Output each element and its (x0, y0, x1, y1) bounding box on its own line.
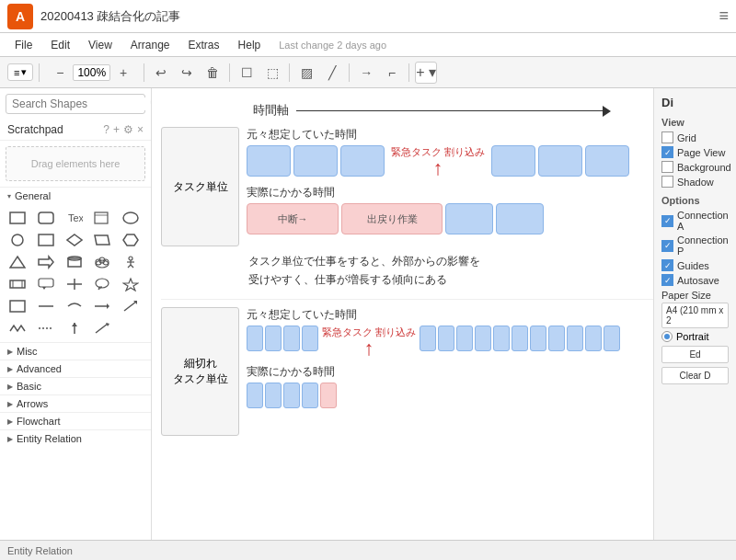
shape-arrow-up[interactable] (63, 318, 86, 338)
portrait-radio[interactable] (661, 331, 673, 342)
shape-rounded-rect[interactable] (34, 208, 58, 228)
undo-btn[interactable]: ↩ (150, 62, 172, 84)
shape-callout[interactable] (34, 274, 58, 294)
svg-marker-42 (72, 323, 77, 326)
connection-a-label: Connection A (677, 210, 729, 232)
zoom-in-btn[interactable]: + (112, 62, 134, 84)
s2-bot-pink (320, 383, 337, 408)
connection-p-checkbox[interactable]: ✓ (661, 240, 673, 252)
menu-arrange[interactable]: Arrange (123, 37, 178, 53)
shape-actor[interactable] (119, 252, 143, 272)
format-btn-2[interactable]: ⬚ (261, 62, 283, 84)
shape-hexagon[interactable] (119, 230, 143, 250)
menu-extras[interactable]: Extras (181, 37, 227, 53)
shape-parallelogram[interactable] (90, 230, 114, 250)
line-btn[interactable]: ╱ (321, 62, 343, 84)
menu-help[interactable]: Help (231, 37, 269, 53)
grid-checkbox[interactable] (661, 131, 673, 143)
guides-checkbox[interactable]: ✓ (661, 259, 673, 271)
delete-btn[interactable]: 🗑 (201, 62, 224, 84)
shape-rect3[interactable] (6, 296, 29, 316)
scratchpad-close-btn[interactable]: × (137, 123, 144, 136)
redo-btn[interactable]: ↪ (176, 62, 198, 84)
view-section-title: View (661, 117, 729, 128)
arrow-style-btn[interactable]: → (355, 62, 377, 84)
add-shape-btn[interactable]: + ▾ (415, 62, 437, 84)
s2-block-4 (302, 326, 318, 351)
shape-arrow-diag2[interactable] (90, 318, 114, 338)
waypoint-btn[interactable]: ⌐ (381, 62, 403, 84)
shape-cloud[interactable] (90, 252, 114, 272)
search-input[interactable] (12, 97, 150, 110)
shape-curve[interactable] (63, 296, 86, 316)
shape-process[interactable] (6, 274, 29, 294)
shape-diamond[interactable] (63, 230, 86, 250)
shape-speech[interactable] (90, 274, 114, 294)
shape-arrow-line[interactable] (90, 296, 114, 316)
scratchpad-help-btn[interactable]: ? (103, 123, 109, 136)
scratchpad-gear-btn[interactable]: ⚙ (123, 123, 133, 136)
background-checkbox[interactable] (661, 161, 673, 173)
category-general[interactable]: ▾ General (0, 187, 151, 204)
shape-zigzag[interactable] (6, 318, 29, 338)
menu-file[interactable]: File (7, 37, 40, 53)
category-basic[interactable]: ▶ Basic (0, 377, 151, 394)
shape-rect2[interactable] (34, 230, 58, 250)
page-btn[interactable]: ≡ ▾ (7, 63, 33, 81)
shadow-checkbox[interactable] (661, 176, 673, 188)
shape-ellipse[interactable] (119, 208, 143, 228)
shape-arrow-diag[interactable] (119, 296, 143, 316)
title-bar: A 20200413 疎結合化の記事 ≡ (0, 0, 736, 33)
canvas-area[interactable]: 時間軸 タスク単位 元々想定していた時間 (152, 88, 653, 540)
scratchpad-add-btn[interactable]: + (113, 123, 120, 136)
time-axis-line (296, 110, 609, 111)
menu-edit[interactable]: Edit (43, 37, 77, 53)
menu-view[interactable]: View (81, 37, 120, 53)
shape-cylinder[interactable] (63, 252, 86, 272)
svg-marker-12 (39, 257, 53, 268)
block-interrupted: 中断→ (247, 203, 339, 234)
search-box: 🔍 (6, 94, 145, 114)
category-advanced[interactable]: ▶ Advanced (0, 360, 151, 377)
edit-btn[interactable]: Ed (661, 346, 729, 363)
shape-cross[interactable] (63, 274, 86, 294)
shape-circle[interactable] (6, 230, 29, 250)
shapes-list: ▾ General Text (0, 187, 151, 540)
block-top-5 (538, 145, 582, 177)
shape-note[interactable] (90, 208, 114, 228)
sidebar: 🔍 Scratchpad ? + ⚙ × Drag elements here … (0, 88, 152, 540)
shape-triangle[interactable] (6, 252, 29, 272)
format-btn-1[interactable]: ☐ (236, 62, 258, 84)
grid-option: Grid (661, 131, 729, 143)
hamburger-icon[interactable]: ≡ (719, 6, 729, 26)
s2-block-8 (475, 326, 491, 351)
zoom-out-btn[interactable]: − (49, 62, 71, 84)
clear-btn[interactable]: Clear D (661, 367, 729, 384)
portrait-option: Portrait (661, 331, 729, 342)
svg-point-5 (123, 212, 138, 223)
shape-text[interactable]: Text (63, 208, 86, 228)
shape-arrow-right[interactable] (34, 252, 58, 272)
guides-label: Guides (677, 260, 709, 271)
section2-blocks-bottom (247, 383, 653, 408)
shape-line[interactable] (34, 296, 58, 316)
s2-block-14 (585, 326, 602, 351)
shape-rect[interactable] (6, 208, 29, 228)
fill-btn[interactable]: ▨ (295, 62, 317, 84)
category-flowchart[interactable]: ▶ Flowchart (0, 412, 151, 429)
category-misc[interactable]: ▶ Misc (0, 342, 151, 360)
page-view-checkbox[interactable]: ✓ (661, 146, 673, 158)
zoom-value[interactable]: 100% (73, 64, 110, 81)
category-arrows[interactable]: ▶ Arrows (0, 394, 151, 412)
shape-star[interactable] (119, 274, 143, 294)
guides-option: ✓ Guides (661, 259, 729, 271)
category-arrow-entity-relation: ▶ (7, 435, 13, 443)
time-axis-label: 時間軸 (253, 102, 289, 119)
connection-a-checkbox[interactable]: ✓ (661, 215, 673, 227)
svg-rect-24 (10, 280, 25, 288)
svg-text:Text: Text (68, 212, 83, 223)
category-entity-relation[interactable]: ▶ Entity Relation (0, 429, 151, 447)
shape-dotted-line[interactable] (34, 318, 58, 338)
svg-marker-33 (123, 279, 138, 291)
autosave-checkbox[interactable]: ✓ (661, 274, 673, 286)
